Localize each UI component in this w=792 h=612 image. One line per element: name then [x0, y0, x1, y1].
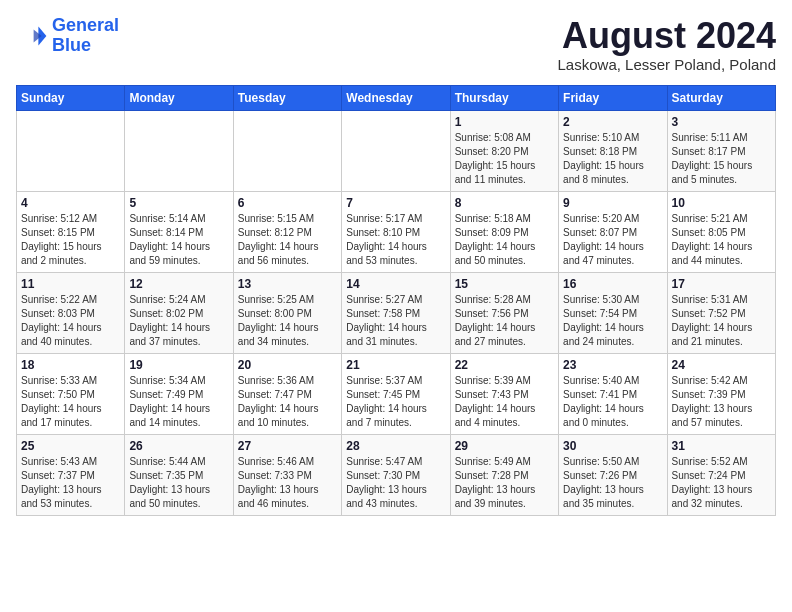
header-tuesday: Tuesday — [233, 85, 341, 110]
day-info: Sunrise: 5:11 AM Sunset: 8:17 PM Dayligh… — [672, 131, 771, 187]
calendar-cell: 2Sunrise: 5:10 AM Sunset: 8:18 PM Daylig… — [559, 110, 667, 191]
week-row-1: 4Sunrise: 5:12 AM Sunset: 8:15 PM Daylig… — [17, 191, 776, 272]
calendar-cell: 29Sunrise: 5:49 AM Sunset: 7:28 PM Dayli… — [450, 434, 558, 515]
week-row-2: 11Sunrise: 5:22 AM Sunset: 8:03 PM Dayli… — [17, 272, 776, 353]
day-info: Sunrise: 5:33 AM Sunset: 7:50 PM Dayligh… — [21, 374, 120, 430]
calendar-cell: 12Sunrise: 5:24 AM Sunset: 8:02 PM Dayli… — [125, 272, 233, 353]
calendar-cell: 5Sunrise: 5:14 AM Sunset: 8:14 PM Daylig… — [125, 191, 233, 272]
logo-line2: Blue — [52, 35, 91, 55]
calendar-cell: 23Sunrise: 5:40 AM Sunset: 7:41 PM Dayli… — [559, 353, 667, 434]
day-number: 20 — [238, 358, 337, 372]
day-number: 9 — [563, 196, 662, 210]
calendar-cell: 14Sunrise: 5:27 AM Sunset: 7:58 PM Dayli… — [342, 272, 450, 353]
title-block: August 2024 Laskowa, Lesser Poland, Pola… — [558, 16, 776, 73]
day-info: Sunrise: 5:24 AM Sunset: 8:02 PM Dayligh… — [129, 293, 228, 349]
day-info: Sunrise: 5:25 AM Sunset: 8:00 PM Dayligh… — [238, 293, 337, 349]
calendar-cell: 25Sunrise: 5:43 AM Sunset: 7:37 PM Dayli… — [17, 434, 125, 515]
calendar-cell: 31Sunrise: 5:52 AM Sunset: 7:24 PM Dayli… — [667, 434, 775, 515]
subtitle: Laskowa, Lesser Poland, Poland — [558, 56, 776, 73]
day-number: 27 — [238, 439, 337, 453]
page-container: General Blue August 2024 Laskowa, Lesser… — [16, 16, 776, 516]
day-number: 2 — [563, 115, 662, 129]
day-info: Sunrise: 5:10 AM Sunset: 8:18 PM Dayligh… — [563, 131, 662, 187]
day-info: Sunrise: 5:34 AM Sunset: 7:49 PM Dayligh… — [129, 374, 228, 430]
day-number: 13 — [238, 277, 337, 291]
day-number: 28 — [346, 439, 445, 453]
day-info: Sunrise: 5:42 AM Sunset: 7:39 PM Dayligh… — [672, 374, 771, 430]
calendar-header: SundayMondayTuesdayWednesdayThursdayFrid… — [17, 85, 776, 110]
day-info: Sunrise: 5:21 AM Sunset: 8:05 PM Dayligh… — [672, 212, 771, 268]
day-info: Sunrise: 5:52 AM Sunset: 7:24 PM Dayligh… — [672, 455, 771, 511]
day-info: Sunrise: 5:12 AM Sunset: 8:15 PM Dayligh… — [21, 212, 120, 268]
day-number: 6 — [238, 196, 337, 210]
day-info: Sunrise: 5:43 AM Sunset: 7:37 PM Dayligh… — [21, 455, 120, 511]
day-info: Sunrise: 5:18 AM Sunset: 8:09 PM Dayligh… — [455, 212, 554, 268]
day-info: Sunrise: 5:08 AM Sunset: 8:20 PM Dayligh… — [455, 131, 554, 187]
day-number: 23 — [563, 358, 662, 372]
header-sunday: Sunday — [17, 85, 125, 110]
day-number: 1 — [455, 115, 554, 129]
calendar-cell: 16Sunrise: 5:30 AM Sunset: 7:54 PM Dayli… — [559, 272, 667, 353]
logo: General Blue — [16, 16, 119, 56]
calendar-cell: 22Sunrise: 5:39 AM Sunset: 7:43 PM Dayli… — [450, 353, 558, 434]
day-number: 7 — [346, 196, 445, 210]
day-number: 22 — [455, 358, 554, 372]
calendar-cell: 26Sunrise: 5:44 AM Sunset: 7:35 PM Dayli… — [125, 434, 233, 515]
logo-icon — [16, 20, 48, 52]
day-number: 12 — [129, 277, 228, 291]
day-number: 14 — [346, 277, 445, 291]
day-number: 19 — [129, 358, 228, 372]
calendar-cell: 3Sunrise: 5:11 AM Sunset: 8:17 PM Daylig… — [667, 110, 775, 191]
calendar-cell: 9Sunrise: 5:20 AM Sunset: 8:07 PM Daylig… — [559, 191, 667, 272]
day-number: 5 — [129, 196, 228, 210]
day-info: Sunrise: 5:27 AM Sunset: 7:58 PM Dayligh… — [346, 293, 445, 349]
calendar-cell: 13Sunrise: 5:25 AM Sunset: 8:00 PM Dayli… — [233, 272, 341, 353]
calendar-cell: 7Sunrise: 5:17 AM Sunset: 8:10 PM Daylig… — [342, 191, 450, 272]
day-number: 24 — [672, 358, 771, 372]
main-title: August 2024 — [558, 16, 776, 56]
calendar-cell: 21Sunrise: 5:37 AM Sunset: 7:45 PM Dayli… — [342, 353, 450, 434]
calendar-cell: 19Sunrise: 5:34 AM Sunset: 7:49 PM Dayli… — [125, 353, 233, 434]
day-number: 31 — [672, 439, 771, 453]
calendar-cell: 30Sunrise: 5:50 AM Sunset: 7:26 PM Dayli… — [559, 434, 667, 515]
day-info: Sunrise: 5:46 AM Sunset: 7:33 PM Dayligh… — [238, 455, 337, 511]
day-info: Sunrise: 5:30 AM Sunset: 7:54 PM Dayligh… — [563, 293, 662, 349]
calendar-cell — [125, 110, 233, 191]
calendar-cell: 20Sunrise: 5:36 AM Sunset: 7:47 PM Dayli… — [233, 353, 341, 434]
day-info: Sunrise: 5:49 AM Sunset: 7:28 PM Dayligh… — [455, 455, 554, 511]
day-info: Sunrise: 5:39 AM Sunset: 7:43 PM Dayligh… — [455, 374, 554, 430]
day-info: Sunrise: 5:40 AM Sunset: 7:41 PM Dayligh… — [563, 374, 662, 430]
calendar-cell: 24Sunrise: 5:42 AM Sunset: 7:39 PM Dayli… — [667, 353, 775, 434]
calendar-cell: 15Sunrise: 5:28 AM Sunset: 7:56 PM Dayli… — [450, 272, 558, 353]
day-info: Sunrise: 5:28 AM Sunset: 7:56 PM Dayligh… — [455, 293, 554, 349]
day-info: Sunrise: 5:20 AM Sunset: 8:07 PM Dayligh… — [563, 212, 662, 268]
logo-line1: General — [52, 15, 119, 35]
calendar-cell: 28Sunrise: 5:47 AM Sunset: 7:30 PM Dayli… — [342, 434, 450, 515]
day-info: Sunrise: 5:37 AM Sunset: 7:45 PM Dayligh… — [346, 374, 445, 430]
day-number: 4 — [21, 196, 120, 210]
day-number: 10 — [672, 196, 771, 210]
calendar-cell: 1Sunrise: 5:08 AM Sunset: 8:20 PM Daylig… — [450, 110, 558, 191]
logo-text: General Blue — [52, 16, 119, 56]
day-number: 26 — [129, 439, 228, 453]
calendar-body: 1Sunrise: 5:08 AM Sunset: 8:20 PM Daylig… — [17, 110, 776, 515]
week-row-4: 25Sunrise: 5:43 AM Sunset: 7:37 PM Dayli… — [17, 434, 776, 515]
calendar-cell: 8Sunrise: 5:18 AM Sunset: 8:09 PM Daylig… — [450, 191, 558, 272]
day-number: 29 — [455, 439, 554, 453]
calendar-cell — [342, 110, 450, 191]
day-number: 30 — [563, 439, 662, 453]
day-info: Sunrise: 5:22 AM Sunset: 8:03 PM Dayligh… — [21, 293, 120, 349]
calendar-table: SundayMondayTuesdayWednesdayThursdayFrid… — [16, 85, 776, 516]
header-thursday: Thursday — [450, 85, 558, 110]
header-friday: Friday — [559, 85, 667, 110]
calendar-cell: 11Sunrise: 5:22 AM Sunset: 8:03 PM Dayli… — [17, 272, 125, 353]
header: General Blue August 2024 Laskowa, Lesser… — [16, 16, 776, 73]
day-info: Sunrise: 5:36 AM Sunset: 7:47 PM Dayligh… — [238, 374, 337, 430]
day-number: 25 — [21, 439, 120, 453]
day-number: 18 — [21, 358, 120, 372]
day-number: 8 — [455, 196, 554, 210]
day-number: 15 — [455, 277, 554, 291]
calendar-cell: 6Sunrise: 5:15 AM Sunset: 8:12 PM Daylig… — [233, 191, 341, 272]
calendar-cell: 4Sunrise: 5:12 AM Sunset: 8:15 PM Daylig… — [17, 191, 125, 272]
day-number: 11 — [21, 277, 120, 291]
